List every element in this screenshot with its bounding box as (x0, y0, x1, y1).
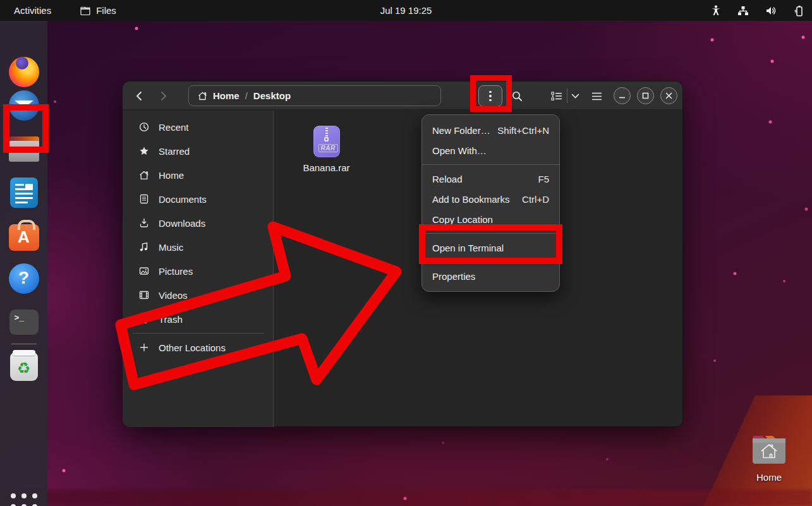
file-banana-rar[interactable]: RAR Banana.rar (296, 126, 356, 173)
help-icon: ? (9, 263, 39, 294)
focused-app-label: Files (96, 5, 116, 16)
back-button[interactable] (129, 87, 148, 105)
sidebar-item-recent[interactable]: Recent (123, 115, 273, 139)
dock-item-firefox[interactable] (9, 49, 39, 79)
clock[interactable]: Jul 19 19:25 (0, 5, 812, 16)
dock-item-terminal[interactable]: >_ (9, 307, 39, 337)
menu-item-label: New Folder… (432, 125, 490, 136)
music-note-icon (139, 242, 149, 252)
focused-app-menu[interactable]: Files (80, 5, 116, 16)
folder-icon (80, 6, 90, 15)
film-icon (139, 290, 149, 300)
home-folder-icon (751, 433, 787, 466)
top-bar: Activities Files Jul 19 19:25 (0, 0, 812, 21)
chevron-left-icon (135, 91, 142, 101)
path-segment-desktop[interactable]: Desktop (253, 90, 291, 101)
ubuntu-software-icon: A (9, 224, 39, 251)
view-list-button[interactable] (547, 87, 566, 105)
sidebar-item-documents[interactable]: Documents (123, 187, 273, 211)
path-separator: / (245, 90, 248, 101)
sidebar-label: Videos (159, 290, 188, 301)
sidebar-separator (133, 333, 264, 334)
menu-item-accel: Ctrl+D (522, 194, 549, 205)
sidebar: Recent Starred Home Documents Downloads … (123, 111, 274, 427)
document-icon (139, 194, 149, 204)
view-options-button[interactable] (566, 87, 585, 105)
terminal-icon: >_ (9, 310, 39, 335)
libreoffice-writer-icon (10, 178, 38, 208)
folder-menu-popover: New Folder… Shift+Ctrl+N Open With… Relo… (421, 114, 560, 292)
minimize-button[interactable] (614, 87, 631, 104)
star-icon (139, 146, 149, 156)
annotation-box-open-in-terminal (419, 224, 562, 264)
list-view-icon (551, 92, 562, 101)
desktop-home-icon[interactable]: Home (748, 433, 790, 483)
show-applications-button[interactable] (9, 493, 39, 506)
plus-icon (139, 342, 149, 352)
menu-item-accel: Shift+Ctrl+N (497, 125, 549, 136)
sidebar-item-downloads[interactable]: Downloads (123, 211, 273, 235)
desktop-home-label: Home (748, 472, 790, 483)
chevron-right-icon (161, 91, 167, 101)
menu-item-label: Add to Bookmarks (432, 194, 510, 205)
sidebar-label: Music (159, 242, 183, 253)
menu-item-label: Properties (432, 271, 475, 282)
app-menu-button[interactable] (587, 87, 606, 105)
dock-item-trash[interactable]: ♻ (9, 352, 39, 382)
sidebar-item-trash[interactable]: Trash (123, 307, 273, 331)
sidebar-label: Recent (159, 122, 189, 133)
sidebar-label: Home (159, 170, 184, 181)
menu-item-label: Open With… (432, 145, 487, 156)
menu-item-properties[interactable]: Properties (422, 266, 559, 286)
battery-icon[interactable] (793, 5, 803, 16)
sidebar-item-videos[interactable]: Videos (123, 283, 273, 307)
menu-item-new-folder[interactable]: New Folder… Shift+Ctrl+N (422, 120, 559, 140)
header-bar: Home / Desktop (123, 81, 682, 110)
sidebar-item-other-locations[interactable]: Other Locations (123, 335, 273, 359)
maximize-icon (642, 92, 649, 99)
file-name-label: Banana.rar (296, 162, 356, 173)
trash-icon (139, 314, 149, 324)
rar-archive-icon: RAR (313, 126, 340, 157)
sidebar-item-music[interactable]: Music (123, 235, 273, 259)
files-window: Home / Desktop (122, 81, 683, 427)
sidebar-item-home[interactable]: Home (123, 163, 273, 187)
wallpaper-bottom-glow (0, 490, 812, 506)
rar-badge: RAR (318, 144, 338, 152)
sidebar-label: Other Locations (159, 342, 226, 353)
menu-item-open-with[interactable]: Open With… (422, 140, 559, 160)
sidebar-label: Pictures (159, 266, 193, 277)
dock-separator (11, 344, 37, 344)
path-bar[interactable]: Home / Desktop (188, 85, 441, 106)
close-icon (665, 92, 672, 99)
sidebar-item-starred[interactable]: Starred (123, 139, 273, 163)
accessibility-icon[interactable] (711, 5, 721, 16)
hamburger-icon (591, 92, 602, 100)
forward-button[interactable] (154, 87, 173, 105)
dock-item-ubuntu-software[interactable]: A (9, 220, 39, 251)
menu-item-add-to-bookmarks[interactable]: Add to Bookmarks Ctrl+D (422, 189, 559, 209)
menu-item-accel: F5 (538, 174, 549, 184)
dock-item-help[interactable]: ? (9, 263, 39, 294)
status-tray[interactable] (711, 5, 803, 16)
chevron-down-icon (571, 93, 579, 99)
home-icon (198, 92, 207, 100)
maximize-button[interactable] (637, 87, 654, 104)
menu-item-label: Copy Location (432, 214, 493, 225)
dock: A ? >_ ♻ (0, 21, 47, 506)
menu-item-reload[interactable]: Reload F5 (422, 169, 559, 189)
volume-icon[interactable] (765, 6, 777, 16)
path-segment-home[interactable]: Home (213, 90, 239, 101)
sidebar-label: Starred (159, 146, 190, 157)
dock-item-libreoffice-writer[interactable] (9, 178, 39, 208)
sidebar-label: Downloads (159, 218, 205, 229)
firefox-icon (9, 57, 39, 87)
show-applications-icon (11, 493, 37, 506)
annotation-box-files-dock (3, 104, 49, 153)
download-icon (139, 218, 149, 228)
network-icon[interactable] (737, 6, 749, 16)
close-button[interactable] (660, 87, 677, 104)
activities-button[interactable]: Activities (14, 5, 51, 16)
trash-icon: ♻ (10, 352, 38, 381)
sidebar-item-pictures[interactable]: Pictures (123, 259, 273, 283)
